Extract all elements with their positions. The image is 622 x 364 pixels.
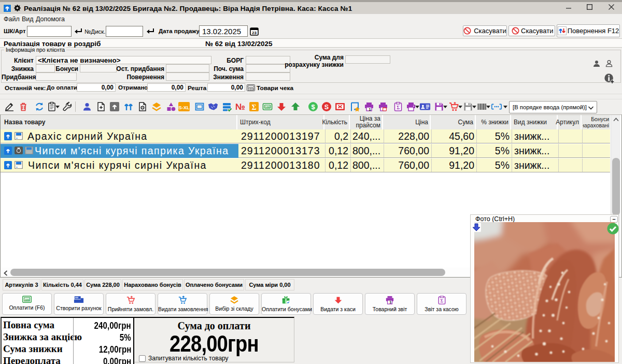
svg-text:$: $ (311, 103, 315, 111)
svg-text:Σ: Σ (397, 105, 400, 110)
svg-text:Σ: Σ (251, 104, 256, 111)
svg-text:№: № (235, 102, 245, 112)
svg-text:Σ: Σ (440, 298, 443, 303)
svg-text:1: 1 (389, 300, 391, 304)
svg-text:100: 100 (265, 106, 270, 109)
svg-text:S-XL: S-XL (178, 105, 190, 110)
svg-text:23: 23 (252, 31, 257, 35)
svg-text:S: S (324, 104, 329, 111)
svg-text:1: 1 (369, 107, 371, 112)
svg-text:100: 100 (25, 298, 30, 301)
